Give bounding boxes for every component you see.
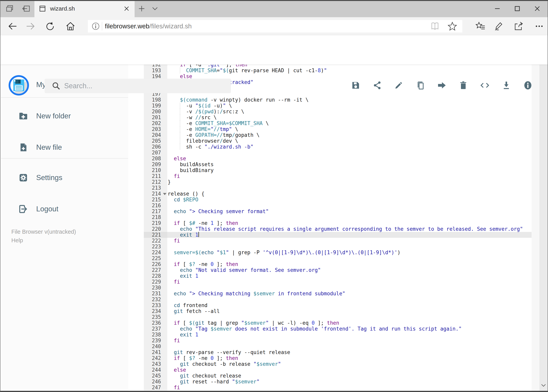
line-number[interactable]: 240 bbox=[144, 343, 167, 349]
code-line[interactable]: 210 buildBinary bbox=[128, 167, 532, 173]
close-window-button[interactable] bbox=[527, 0, 547, 17]
line-number[interactable]: 217 bbox=[144, 208, 167, 214]
line-number[interactable]: 207 bbox=[144, 150, 167, 156]
copy-button[interactable] bbox=[416, 81, 425, 90]
code-line[interactable]: 211 fi bbox=[128, 173, 532, 179]
line-number[interactable]: 203 bbox=[144, 126, 167, 132]
line-number[interactable]: 201 bbox=[144, 114, 167, 120]
share-button[interactable] bbox=[373, 81, 382, 90]
favorite-star-icon[interactable] bbox=[447, 21, 457, 31]
code-line[interactable]: 220 echo "This release script requires a… bbox=[128, 226, 532, 232]
line-number[interactable]: 210 bbox=[144, 167, 167, 173]
line-number[interactable]: 219 bbox=[144, 220, 167, 226]
code-line[interactable]: 192 if [ -d ".git" ]; then bbox=[128, 65, 532, 68]
maximize-button[interactable] bbox=[507, 0, 527, 17]
line-number[interactable]: 198 bbox=[144, 97, 167, 103]
sidebar-item-new-file[interactable]: New file bbox=[0, 139, 128, 156]
code-line[interactable]: 238 exit 1 bbox=[128, 332, 532, 338]
code-line[interactable]: 217 echo "> Checking semver format" bbox=[128, 208, 532, 214]
line-number[interactable]: 242 bbox=[144, 355, 167, 361]
sidebar-item-new-folder[interactable]: New folder bbox=[0, 107, 128, 125]
code-line[interactable]: 212} bbox=[128, 179, 532, 185]
code-editor[interactable]: 192 if [ -d ".git" ]; then193 COMMIT_SHA… bbox=[128, 65, 532, 391]
code-line[interactable]: 240 bbox=[128, 343, 532, 349]
code-line[interactable]: 230 bbox=[128, 285, 532, 291]
save-button[interactable] bbox=[351, 81, 360, 90]
code-line[interactable]: 228 exit 1 bbox=[128, 273, 532, 279]
code-line[interactable]: 214release () { bbox=[128, 191, 532, 197]
code-line[interactable]: 231 echo "> Checking matching $semver in… bbox=[128, 291, 532, 296]
filebrowser-logo[interactable] bbox=[9, 75, 29, 96]
line-number[interactable]: 241 bbox=[144, 349, 167, 355]
more-options-icon[interactable] bbox=[531, 17, 547, 35]
line-number[interactable]: 234 bbox=[144, 308, 167, 314]
fold-marker-icon[interactable] bbox=[163, 193, 166, 195]
line-number[interactable]: 231 bbox=[144, 291, 167, 296]
code-line[interactable]: 218 bbox=[128, 214, 532, 220]
line-number[interactable]: 209 bbox=[144, 161, 167, 167]
line-number[interactable]: 226 bbox=[144, 261, 167, 267]
line-number[interactable]: 232 bbox=[144, 296, 167, 302]
line-number[interactable]: 204 bbox=[144, 132, 167, 138]
info-button[interactable] bbox=[523, 81, 533, 90]
browser-tab[interactable]: wizard.sh bbox=[35, 0, 135, 17]
code-line[interactable]: 209 buildAssets bbox=[128, 161, 532, 167]
line-number[interactable]: 244 bbox=[144, 367, 167, 373]
delete-button[interactable] bbox=[458, 81, 468, 90]
share-page-icon[interactable] bbox=[511, 17, 527, 35]
line-number[interactable]: 215 bbox=[144, 197, 167, 203]
line-number[interactable]: 192 bbox=[144, 65, 167, 68]
code-line[interactable]: 243 git checkout -b release "$semver" bbox=[128, 361, 532, 367]
move-button[interactable] bbox=[437, 81, 446, 90]
page-scrollbar[interactable] bbox=[539, 36, 548, 391]
code-line[interactable]: 235 bbox=[128, 314, 532, 320]
code-line[interactable]: 221 exit 1 bbox=[128, 232, 532, 238]
code-line[interactable]: 234 git fetch --all bbox=[128, 308, 532, 314]
code-line[interactable]: 222 fi bbox=[128, 238, 532, 244]
reading-view-icon[interactable] bbox=[430, 21, 440, 31]
code-line[interactable]: 202 -e COMMIT_SHA=$COMMIT_SHA \ bbox=[128, 120, 532, 126]
code-line[interactable]: 206 sh -c "./wizard.sh -b" bbox=[128, 144, 532, 150]
line-number[interactable]: 218 bbox=[144, 214, 167, 220]
code-line[interactable]: 239 fi bbox=[128, 338, 532, 343]
code-line[interactable]: 246 git reset --hard "$semver" bbox=[128, 379, 532, 385]
code-line[interactable]: 201 -w //src \ bbox=[128, 114, 532, 120]
line-number[interactable]: 200 bbox=[144, 109, 167, 114]
code-line[interactable]: 242 if [ $? -ne 0 ]; then bbox=[128, 355, 532, 361]
code-line[interactable]: 226 if [ $? -ne 0 ]; then bbox=[128, 261, 532, 267]
download-button[interactable] bbox=[502, 81, 511, 90]
line-number[interactable]: 213 bbox=[144, 185, 167, 191]
code-line[interactable]: 203 -e HOME="//tmp" \ bbox=[128, 126, 532, 132]
code-line[interactable]: 241 git rev-parse --verify --quiet relea… bbox=[128, 349, 532, 355]
line-number[interactable]: 225 bbox=[144, 255, 167, 261]
line-number[interactable]: 236 bbox=[144, 320, 167, 326]
favorites-hub-icon[interactable] bbox=[473, 17, 488, 35]
line-number[interactable]: 199 bbox=[144, 103, 167, 109]
tab-preview-icon[interactable] bbox=[4, 0, 16, 17]
code-line[interactable]: 232 bbox=[128, 296, 532, 302]
sidebar-item-logout[interactable]: Logout bbox=[0, 200, 128, 218]
line-number[interactable]: 211 bbox=[144, 173, 167, 179]
line-number[interactable]: 237 bbox=[144, 326, 167, 332]
back-icon[interactable] bbox=[5, 17, 20, 35]
code-line[interactable]: 223 bbox=[128, 244, 532, 250]
sidebar-item-settings[interactable]: Settings bbox=[0, 169, 128, 187]
line-number[interactable]: 239 bbox=[144, 338, 167, 343]
code-line[interactable]: 233 cd frontend bbox=[128, 302, 532, 308]
line-number[interactable]: 238 bbox=[144, 332, 167, 338]
code-line[interactable]: 193 COMMIT_SHA="$(git rev-parse HEAD | c… bbox=[128, 68, 532, 73]
new-tab-button[interactable] bbox=[135, 0, 148, 17]
code-line[interactable]: 213 bbox=[128, 185, 532, 191]
line-number[interactable]: 216 bbox=[144, 203, 167, 208]
search-input[interactable]: Search... bbox=[45, 79, 231, 93]
web-note-icon[interactable] bbox=[491, 17, 506, 35]
line-number[interactable]: 247 bbox=[144, 385, 167, 391]
code-line[interactable]: 219 if [ $# -ne 1 ]; then bbox=[128, 220, 532, 226]
line-number[interactable]: 205 bbox=[144, 138, 167, 144]
line-number[interactable]: 208 bbox=[144, 156, 167, 161]
site-info-icon[interactable] bbox=[91, 22, 100, 30]
code-line[interactable]: 236 if [ $(git tag | grep "$semver" | wc… bbox=[128, 320, 532, 326]
line-number[interactable]: 227 bbox=[144, 267, 167, 273]
code-line[interactable]: 205 filebrowser/dev \ bbox=[128, 138, 532, 144]
code-line[interactable]: 200 -v /$(pwd):/src:z \ bbox=[128, 109, 532, 114]
